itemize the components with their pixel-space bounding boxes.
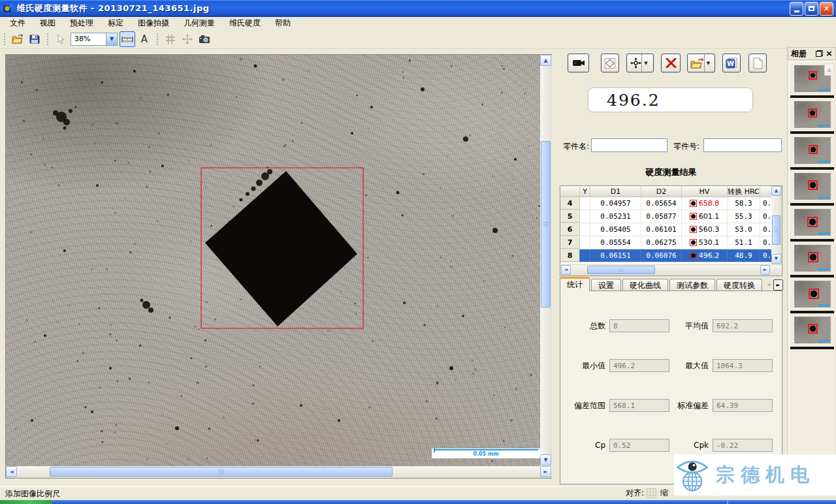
menu-item-1[interactable]: 文件 [3,17,33,29]
album-thumbnail[interactable] [794,281,831,307]
toolbar-drag-handle[interactable] [156,33,159,46]
menu-item-5[interactable]: 图像拍摄 [131,17,176,29]
table-scroll-left-button[interactable]: ◄ [561,265,571,275]
menu-item-3[interactable]: 预处理 [63,17,101,29]
scroll-right-button[interactable]: ► [540,466,551,477]
column-header-D1[interactable]: D1 [590,186,641,197]
column-header-D2[interactable]: D2 [641,186,682,197]
save-floppy-icon [29,34,40,44]
move-options-dropdown-arrow[interactable]: ▼ [641,54,650,72]
album-thumbnail[interactable] [794,173,831,200]
album-scroll-up-button[interactable]: ▲ [824,63,834,76]
align-label: 对齐: [626,488,644,499]
load-image-button[interactable]: ▼ [687,54,715,72]
specimen-image[interactable]: 0.05 mm [6,55,540,466]
table-row[interactable]: 60.054050.06101560.353.00. [560,223,772,236]
zoom-level-combobox[interactable]: 38% ▼ [71,33,118,46]
delete-measurement-button[interactable] [661,54,681,72]
grid-overlay-button[interactable] [163,31,178,47]
album-thumbnail[interactable] [794,245,831,272]
column-header-转换 HRC[interactable]: 转换 HRC [728,186,760,197]
center-crosshair-button[interactable] [180,31,195,47]
maximize-button[interactable] [805,2,818,16]
d2-cell: 0.05654 [641,197,682,210]
table-horizontal-scrollbar[interactable]: ◄ ► [560,264,782,276]
d1-cell: 0.04957 [590,197,641,210]
detect-indentation-button[interactable] [601,54,619,72]
live-video-button[interactable] [568,54,589,72]
open-file-button[interactable] [10,31,25,47]
album-close-icon[interactable]: × [826,50,833,57]
word-document-icon: W [726,57,737,69]
zoom-dropdown-arrow-icon[interactable]: ▼ [106,33,117,45]
scroll-up-button[interactable]: ▲ [540,55,551,66]
thumbnail-separator [790,347,834,349]
tab-3[interactable]: 硬化曲线 [622,279,668,291]
start-button-edge[interactable] [0,500,52,504]
table-scroll-down-button[interactable]: ▼ [771,254,781,264]
menu-item-2[interactable]: 视图 [33,17,63,29]
save-button[interactable] [27,31,42,47]
table-hscroll-thumb[interactable] [587,266,655,274]
menu-item-8[interactable]: 帮助 [268,17,298,29]
tab-5[interactable]: 硬度转换 [716,279,762,291]
table-row[interactable]: 50.052310.05877601.155.30. [560,210,772,223]
export-word-report-button[interactable]: W [722,54,741,72]
table-scroll-up-button[interactable]: ▲ [771,186,781,196]
table-vscroll-thumb[interactable] [772,215,780,245]
column-header-rownum[interactable] [560,186,580,197]
image-vertical-scrollbar[interactable]: ▲ ▼ [540,55,552,466]
part-number-input[interactable] [703,138,782,152]
horizontal-scroll-thumb[interactable] [50,467,393,477]
part-name-input[interactable] [591,138,667,152]
close-button[interactable]: ✕ [820,2,833,16]
table-vertical-scrollbar[interactable]: ▲ ▼ [771,186,782,265]
album-float-icon[interactable] [816,50,823,57]
menu-bar: 文件视图预处理标定图像拍摄几何测量维氏硬度帮助 [0,17,836,29]
d1-cell: 0.05405 [590,223,641,236]
vertical-scroll-thumb[interactable] [541,141,551,307]
load-options-dropdown-arrow[interactable]: ▼ [704,54,713,72]
thumbnail-indentation-dot [809,219,816,225]
watermark-eye-globe-logo [674,456,713,495]
menu-item-7[interactable]: 维氏硬度 [222,17,268,29]
tab-2[interactable]: 设置 [591,279,621,291]
thumbnail-separator [790,311,834,313]
tab-scroll-right-icon[interactable]: ► [773,279,783,291]
move-marker-button[interactable]: ▼ [626,54,654,72]
table-scroll-right-button[interactable]: ► [760,265,770,275]
scroll-left-button[interactable]: ◄ [6,466,17,477]
menu-item-6[interactable]: 几何测量 [176,17,222,29]
column-header-最小[interactable]: 最小 [760,186,772,197]
image-horizontal-scrollbar[interactable]: ◄ ► [6,466,552,478]
cursor-tool-button[interactable] [53,31,69,47]
video-camera-icon [572,59,585,67]
column-header-HV[interactable]: HV [682,186,728,197]
scale-bar: 0.05 mm [432,449,540,458]
hv-cell: 496.2 [682,249,728,262]
scroll-down-button[interactable]: ▼ [540,454,551,465]
album-thumbnail[interactable] [794,101,831,128]
table-row[interactable]: 40.049570.05654658.858.30. [560,197,772,210]
album-thumbnail[interactable] [794,317,831,343]
measure-ruler-button[interactable] [120,31,135,47]
menu-item-4[interactable]: 标定 [101,17,131,29]
column-header-Y[interactable]: Y [580,186,590,197]
minimize-button[interactable] [790,2,803,16]
new-document-button[interactable] [748,54,767,72]
tab-4[interactable]: 测试参数 [669,279,715,291]
total-count-field: 8 [609,319,669,332]
album-thumbnail[interactable] [794,209,831,236]
table-row[interactable]: 80.061510.06076496.248.90. [560,249,772,262]
thumbnail-marker-box [808,252,818,262]
capture-image-button[interactable] [197,31,212,47]
toolbar-drag-handle[interactable] [3,33,7,46]
toolbar-drag-handle[interactable] [46,33,50,46]
indentation-diamond [205,171,357,326]
text-annotation-button[interactable]: A [137,31,152,47]
tab-scroll-left-icon[interactable]: ◄ [764,279,773,291]
album-thumbnail[interactable] [794,137,831,164]
tab-1[interactable]: 统计 [560,277,590,291]
align-grid-icon[interactable] [647,488,656,498]
table-row[interactable]: 70.055540.06275530.151.10. [560,236,772,249]
